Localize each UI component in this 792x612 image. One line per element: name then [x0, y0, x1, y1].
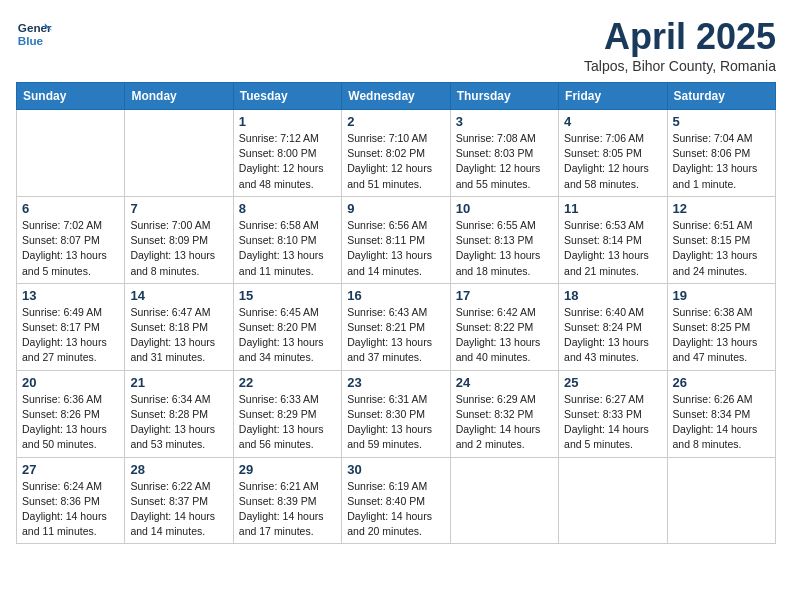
day-number: 13 [22, 288, 119, 303]
calendar-week-3: 13Sunrise: 6:49 AM Sunset: 8:17 PM Dayli… [17, 283, 776, 370]
day-number: 12 [673, 201, 770, 216]
calendar-cell: 5Sunrise: 7:04 AM Sunset: 8:06 PM Daylig… [667, 110, 775, 197]
calendar-week-4: 20Sunrise: 6:36 AM Sunset: 8:26 PM Dayli… [17, 370, 776, 457]
day-info: Sunrise: 7:04 AM Sunset: 8:06 PM Dayligh… [673, 131, 770, 192]
calendar-cell: 29Sunrise: 6:21 AM Sunset: 8:39 PM Dayli… [233, 457, 341, 544]
day-info: Sunrise: 6:55 AM Sunset: 8:13 PM Dayligh… [456, 218, 553, 279]
day-info: Sunrise: 6:38 AM Sunset: 8:25 PM Dayligh… [673, 305, 770, 366]
calendar-cell: 19Sunrise: 6:38 AM Sunset: 8:25 PM Dayli… [667, 283, 775, 370]
day-info: Sunrise: 7:06 AM Sunset: 8:05 PM Dayligh… [564, 131, 661, 192]
day-number: 15 [239, 288, 336, 303]
calendar-cell: 17Sunrise: 6:42 AM Sunset: 8:22 PM Dayli… [450, 283, 558, 370]
calendar-cell: 20Sunrise: 6:36 AM Sunset: 8:26 PM Dayli… [17, 370, 125, 457]
day-info: Sunrise: 6:22 AM Sunset: 8:37 PM Dayligh… [130, 479, 227, 540]
calendar-cell: 4Sunrise: 7:06 AM Sunset: 8:05 PM Daylig… [559, 110, 667, 197]
day-number: 16 [347, 288, 444, 303]
month-title: April 2025 [584, 16, 776, 58]
calendar-cell: 15Sunrise: 6:45 AM Sunset: 8:20 PM Dayli… [233, 283, 341, 370]
day-info: Sunrise: 6:51 AM Sunset: 8:15 PM Dayligh… [673, 218, 770, 279]
calendar-cell: 13Sunrise: 6:49 AM Sunset: 8:17 PM Dayli… [17, 283, 125, 370]
day-number: 25 [564, 375, 661, 390]
day-info: Sunrise: 7:08 AM Sunset: 8:03 PM Dayligh… [456, 131, 553, 192]
day-info: Sunrise: 6:40 AM Sunset: 8:24 PM Dayligh… [564, 305, 661, 366]
day-number: 10 [456, 201, 553, 216]
day-number: 30 [347, 462, 444, 477]
day-info: Sunrise: 6:29 AM Sunset: 8:32 PM Dayligh… [456, 392, 553, 453]
calendar-table: SundayMondayTuesdayWednesdayThursdayFrid… [16, 82, 776, 544]
logo-icon: General Blue [16, 16, 52, 52]
calendar-cell: 12Sunrise: 6:51 AM Sunset: 8:15 PM Dayli… [667, 196, 775, 283]
day-info: Sunrise: 6:43 AM Sunset: 8:21 PM Dayligh… [347, 305, 444, 366]
day-info: Sunrise: 7:10 AM Sunset: 8:02 PM Dayligh… [347, 131, 444, 192]
calendar-week-1: 1Sunrise: 7:12 AM Sunset: 8:00 PM Daylig… [17, 110, 776, 197]
day-number: 27 [22, 462, 119, 477]
calendar-cell: 16Sunrise: 6:43 AM Sunset: 8:21 PM Dayli… [342, 283, 450, 370]
calendar-cell: 1Sunrise: 7:12 AM Sunset: 8:00 PM Daylig… [233, 110, 341, 197]
day-number: 21 [130, 375, 227, 390]
day-number: 23 [347, 375, 444, 390]
day-info: Sunrise: 6:53 AM Sunset: 8:14 PM Dayligh… [564, 218, 661, 279]
day-number: 5 [673, 114, 770, 129]
day-number: 11 [564, 201, 661, 216]
calendar-cell: 21Sunrise: 6:34 AM Sunset: 8:28 PM Dayli… [125, 370, 233, 457]
calendar-cell: 9Sunrise: 6:56 AM Sunset: 8:11 PM Daylig… [342, 196, 450, 283]
calendar-cell: 22Sunrise: 6:33 AM Sunset: 8:29 PM Dayli… [233, 370, 341, 457]
calendar-cell: 26Sunrise: 6:26 AM Sunset: 8:34 PM Dayli… [667, 370, 775, 457]
page-header: General Blue April 2025 Talpos, Bihor Co… [16, 16, 776, 74]
calendar-cell: 18Sunrise: 6:40 AM Sunset: 8:24 PM Dayli… [559, 283, 667, 370]
day-info: Sunrise: 6:24 AM Sunset: 8:36 PM Dayligh… [22, 479, 119, 540]
weekday-header-tuesday: Tuesday [233, 83, 341, 110]
calendar-cell [17, 110, 125, 197]
calendar-cell [667, 457, 775, 544]
day-info: Sunrise: 6:26 AM Sunset: 8:34 PM Dayligh… [673, 392, 770, 453]
calendar-cell: 2Sunrise: 7:10 AM Sunset: 8:02 PM Daylig… [342, 110, 450, 197]
weekday-header-row: SundayMondayTuesdayWednesdayThursdayFrid… [17, 83, 776, 110]
day-number: 28 [130, 462, 227, 477]
day-info: Sunrise: 6:31 AM Sunset: 8:30 PM Dayligh… [347, 392, 444, 453]
calendar-cell: 3Sunrise: 7:08 AM Sunset: 8:03 PM Daylig… [450, 110, 558, 197]
day-number: 4 [564, 114, 661, 129]
calendar-cell: 10Sunrise: 6:55 AM Sunset: 8:13 PM Dayli… [450, 196, 558, 283]
day-number: 14 [130, 288, 227, 303]
day-number: 29 [239, 462, 336, 477]
calendar-cell [450, 457, 558, 544]
day-number: 26 [673, 375, 770, 390]
weekday-header-sunday: Sunday [17, 83, 125, 110]
calendar-cell: 8Sunrise: 6:58 AM Sunset: 8:10 PM Daylig… [233, 196, 341, 283]
day-info: Sunrise: 6:42 AM Sunset: 8:22 PM Dayligh… [456, 305, 553, 366]
day-number: 7 [130, 201, 227, 216]
day-info: Sunrise: 7:02 AM Sunset: 8:07 PM Dayligh… [22, 218, 119, 279]
day-number: 24 [456, 375, 553, 390]
day-number: 6 [22, 201, 119, 216]
day-number: 18 [564, 288, 661, 303]
day-info: Sunrise: 6:27 AM Sunset: 8:33 PM Dayligh… [564, 392, 661, 453]
calendar-cell: 14Sunrise: 6:47 AM Sunset: 8:18 PM Dayli… [125, 283, 233, 370]
weekday-header-wednesday: Wednesday [342, 83, 450, 110]
weekday-header-monday: Monday [125, 83, 233, 110]
logo: General Blue [16, 16, 52, 52]
svg-text:Blue: Blue [18, 34, 44, 47]
day-info: Sunrise: 6:58 AM Sunset: 8:10 PM Dayligh… [239, 218, 336, 279]
day-info: Sunrise: 6:33 AM Sunset: 8:29 PM Dayligh… [239, 392, 336, 453]
day-info: Sunrise: 6:36 AM Sunset: 8:26 PM Dayligh… [22, 392, 119, 453]
calendar-cell: 30Sunrise: 6:19 AM Sunset: 8:40 PM Dayli… [342, 457, 450, 544]
calendar-cell: 6Sunrise: 7:02 AM Sunset: 8:07 PM Daylig… [17, 196, 125, 283]
day-number: 2 [347, 114, 444, 129]
calendar-cell: 11Sunrise: 6:53 AM Sunset: 8:14 PM Dayli… [559, 196, 667, 283]
calendar-cell [559, 457, 667, 544]
day-number: 9 [347, 201, 444, 216]
day-number: 3 [456, 114, 553, 129]
day-info: Sunrise: 6:47 AM Sunset: 8:18 PM Dayligh… [130, 305, 227, 366]
calendar-week-5: 27Sunrise: 6:24 AM Sunset: 8:36 PM Dayli… [17, 457, 776, 544]
day-number: 17 [456, 288, 553, 303]
calendar-cell: 27Sunrise: 6:24 AM Sunset: 8:36 PM Dayli… [17, 457, 125, 544]
day-number: 1 [239, 114, 336, 129]
day-info: Sunrise: 7:12 AM Sunset: 8:00 PM Dayligh… [239, 131, 336, 192]
day-info: Sunrise: 6:34 AM Sunset: 8:28 PM Dayligh… [130, 392, 227, 453]
weekday-header-friday: Friday [559, 83, 667, 110]
calendar-week-2: 6Sunrise: 7:02 AM Sunset: 8:07 PM Daylig… [17, 196, 776, 283]
day-info: Sunrise: 6:19 AM Sunset: 8:40 PM Dayligh… [347, 479, 444, 540]
calendar-cell: 28Sunrise: 6:22 AM Sunset: 8:37 PM Dayli… [125, 457, 233, 544]
day-info: Sunrise: 6:21 AM Sunset: 8:39 PM Dayligh… [239, 479, 336, 540]
day-number: 8 [239, 201, 336, 216]
